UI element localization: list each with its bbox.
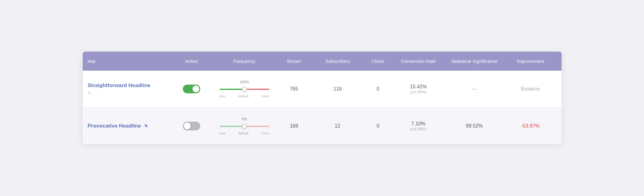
row-2-conversion-margin: (±4.06%)	[399, 127, 438, 131]
row-2-label-more: more	[261, 131, 269, 135]
row-1-title[interactable]: Straightforward Headline	[88, 82, 165, 89]
row-2-slider-thumb[interactable]	[242, 124, 247, 129]
row-1-frequency-cell: 100% less default more	[213, 80, 276, 98]
row-2-name-cell: Provocative Headline ✎	[83, 123, 170, 129]
row-1-slider-track	[220, 89, 269, 90]
header-shown: Shown	[276, 52, 313, 71]
row-2-shown: 169	[276, 123, 313, 129]
row-1-active-cell	[170, 85, 213, 93]
row-2-edit-icon[interactable]: ✎	[144, 124, 148, 128]
row-2-subscribers: 12	[313, 123, 363, 129]
row-1-improvement: Baseline	[506, 86, 555, 92]
row-1-slider-thumb[interactable]	[242, 87, 247, 92]
row-1-toggle-knob	[192, 86, 199, 92]
table-header: Mat Active Frequency Shown Subscribers C…	[83, 52, 562, 71]
row-1-name-cell: Straightforward Headline ✎	[83, 82, 170, 96]
row-1-track-red	[244, 89, 269, 90]
row-2-slider-labels: less default more	[220, 131, 269, 135]
row-1-stat-sig: ---	[443, 86, 506, 92]
row-1-edit-icon[interactable]: ✎	[88, 91, 165, 96]
row-1-slider-wrapper	[220, 86, 269, 92]
row-2-track-red	[244, 126, 269, 127]
table-row: Provocative Headline ✎ 0% less default m	[83, 108, 562, 144]
row-1-slider-labels: less default more	[220, 94, 269, 98]
row-2-track-green	[220, 126, 244, 127]
table-row: Straightforward Headline ✎ 100% less def…	[83, 71, 562, 108]
header-clicks: Clicks	[363, 52, 394, 71]
row-2-title[interactable]: Provocative Headline ✎	[88, 123, 165, 129]
row-2-stat-sig: 99.52%	[443, 123, 506, 129]
header-improvement: Improvement	[506, 52, 555, 71]
row-2-active-cell	[170, 122, 213, 130]
row-2-slider-track	[220, 126, 269, 127]
row-2-toggle[interactable]	[183, 122, 200, 130]
row-2-title-text: Provocative Headline	[88, 123, 141, 129]
row-1-clicks: 0	[363, 86, 394, 92]
row-2-label-default: default	[238, 131, 248, 135]
header-conversion-rate: Conversion Rate	[394, 52, 443, 71]
header-statistical-significance: Statistical Significance	[443, 52, 506, 71]
row-1-conversion-rate: 15.42%	[399, 84, 438, 90]
row-2-improvement: -53.97%	[506, 123, 555, 129]
row-2-conversion: 7.10% (±4.06%)	[394, 121, 443, 131]
header-frequency: Frequency	[213, 52, 276, 71]
row-2-frequency-cell: 0% less default more	[213, 117, 276, 135]
row-2-clicks: 0	[363, 123, 394, 129]
header-mat: Mat	[83, 52, 170, 71]
ab-test-table: Mat Active Frequency Shown Subscribers C…	[83, 52, 562, 144]
row-2-label-less: less	[220, 131, 226, 135]
row-2-toggle-knob	[184, 123, 191, 129]
row-1-label-less: less	[220, 94, 226, 98]
row-1-label-default: default	[238, 94, 248, 98]
row-2-freq-pct: 0%	[242, 117, 247, 121]
row-1-freq-pct: 100%	[239, 80, 249, 84]
row-1-toggle[interactable]	[183, 85, 200, 93]
row-1-label-more: more	[261, 94, 269, 98]
row-2-slider-wrapper	[220, 123, 269, 129]
row-2-conversion-rate: 7.10%	[399, 121, 438, 127]
row-1-conversion-margin: (±2.56%)	[399, 90, 438, 94]
row-1-conversion: 15.42% (±2.56%)	[394, 84, 443, 94]
row-1-shown: 765	[276, 86, 313, 92]
row-1-subscribers: 118	[313, 86, 363, 92]
header-subscribers: Subscribers	[313, 52, 363, 71]
row-1-track-green	[220, 89, 244, 90]
header-active: Active	[170, 52, 213, 71]
